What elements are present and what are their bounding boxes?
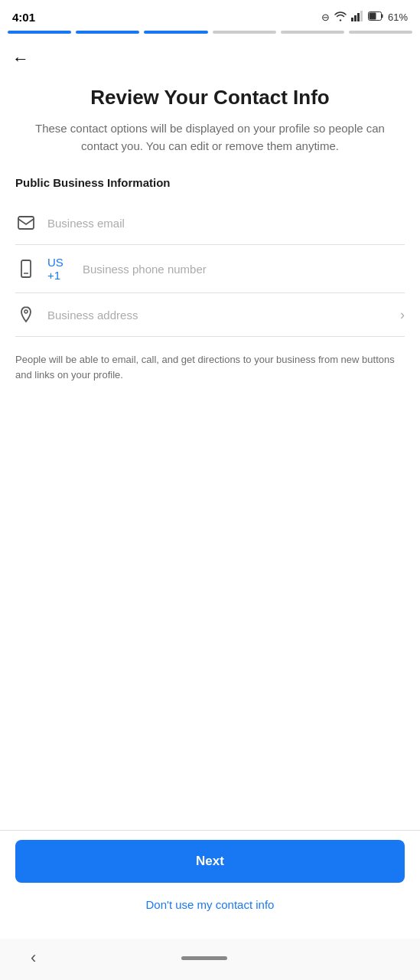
status-bar: 4:01 ⊖ 61% (0, 0, 420, 31)
email-input-area[interactable] (47, 217, 405, 230)
dnd-icon: ⊖ (321, 11, 330, 23)
progress-segment-1 (8, 31, 71, 34)
email-input[interactable] (47, 217, 405, 230)
battery-percent: 61% (388, 11, 408, 23)
page-title: Review Your Contact Info (15, 86, 405, 109)
svg-rect-2 (357, 13, 360, 21)
address-field[interactable]: Business address › (15, 293, 405, 337)
phone-field[interactable]: US +1 (15, 245, 405, 293)
svg-rect-6 (369, 12, 376, 19)
email-icon (15, 212, 37, 234)
location-icon (15, 304, 37, 325)
status-time: 4:01 (12, 11, 35, 24)
bottom-section: Next Don't use my contact info (0, 830, 420, 939)
back-button[interactable]: ← (0, 40, 420, 78)
progress-segment-4 (213, 31, 276, 34)
progress-bar (0, 31, 420, 34)
main-content: Review Your Contact Info These contact o… (0, 78, 420, 830)
next-button[interactable]: Next (15, 840, 405, 883)
wifi-icon (334, 11, 347, 24)
helper-text: People will be able to email, call, and … (15, 352, 405, 382)
email-field[interactable] (15, 201, 405, 245)
page-subtitle: These contact options will be displayed … (15, 120, 405, 155)
section-label: Public Business Information (15, 176, 405, 189)
svg-rect-5 (381, 14, 383, 18)
svg-rect-0 (351, 18, 353, 21)
progress-segment-2 (76, 31, 139, 34)
svg-rect-8 (21, 260, 31, 277)
progress-segment-5 (281, 31, 344, 34)
address-placeholder: Business address (47, 309, 138, 322)
progress-segment-3 (144, 31, 207, 34)
signal-icon (351, 11, 363, 24)
phone-input-area[interactable]: US +1 (47, 256, 405, 282)
nav-bar: ‹ (0, 939, 420, 980)
phone-icon (15, 258, 37, 279)
svg-rect-7 (18, 217, 34, 229)
phone-prefix: US +1 (47, 256, 77, 282)
address-input-area[interactable]: Business address (47, 309, 389, 322)
svg-point-10 (24, 310, 28, 313)
nav-back-icon[interactable]: ‹ (31, 948, 36, 968)
svg-rect-3 (360, 11, 363, 21)
battery-icon (368, 11, 383, 23)
phone-input[interactable] (83, 263, 405, 276)
progress-segment-6 (349, 31, 412, 34)
back-arrow-icon: ← (12, 49, 29, 69)
svg-rect-1 (354, 15, 357, 21)
skip-link[interactable]: Don't use my contact info (15, 893, 405, 923)
address-chevron-icon: › (400, 307, 405, 323)
home-indicator (181, 956, 227, 960)
status-icons: ⊖ 61% (321, 11, 408, 24)
